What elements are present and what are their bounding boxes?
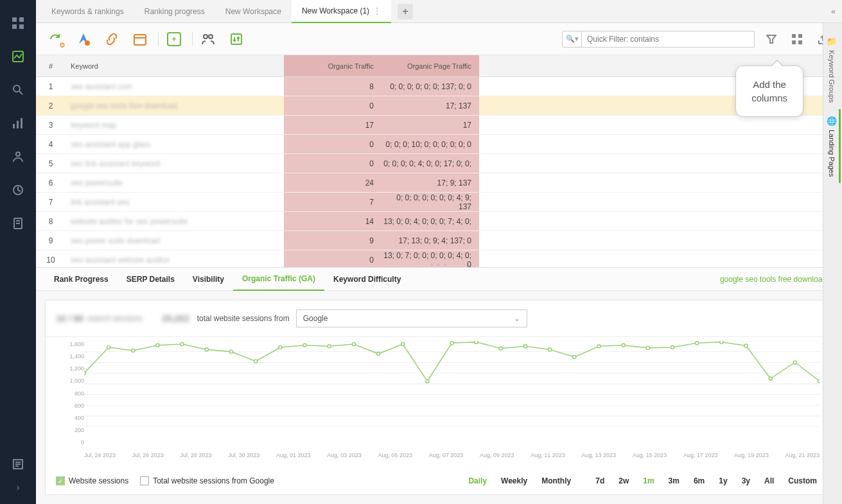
tab-options-icon[interactable]: ⋮ [373,6,381,15]
table-row[interactable]: 7link assistant seo70; 0; 0; 0; 0; 0; 0;… [36,193,842,212]
details-tab[interactable]: Keyword Difficulty [324,268,410,291]
search-dropdown-icon[interactable]: 🔍▾ [563,31,582,47]
add-columns-callout: Add the columns [735,65,803,117]
details-tab[interactable]: Organic Traffic (GA) [233,268,324,291]
row-organic-traffic: 24 [284,173,382,192]
nav-doc-icon[interactable] [5,211,31,236]
nav-user-icon[interactable] [5,144,31,169]
workspace-tab[interactable]: New Workspace (1)⋮ [292,0,391,23]
header-keyword[interactable]: Keyword [66,62,284,70]
timespan-button[interactable]: Custom [783,474,822,488]
svg-point-51 [352,342,355,345]
svg-point-68 [769,377,772,380]
workspace-tab[interactable]: Keywords & rankings [41,0,134,23]
svg-marker-25 [767,35,776,43]
svg-point-40 [84,372,86,375]
svg-point-45 [205,348,208,351]
timespan-button[interactable]: 6m [689,474,710,488]
timespan-button[interactable]: 3y [737,474,755,488]
tool-serp-icon[interactable] [75,30,92,48]
quick-filter-box[interactable]: 🔍▾ [562,31,755,48]
svg-point-66 [720,341,723,343]
checkbox-unchecked-icon[interactable] [140,476,149,485]
timespan-button[interactable]: 1y [714,474,732,488]
svg-point-55 [450,342,453,345]
details-tab[interactable]: Rank Progress [45,268,118,291]
tool-link-icon[interactable] [103,30,121,48]
svg-rect-9 [21,118,22,128]
collapse-panel-icon[interactable]: « [831,7,836,16]
svg-point-63 [646,346,649,349]
row-organic-page-traffic: 0; 0; 0; 0; 4; 0; 0; 17; 0; 0; [382,154,479,173]
frequency-button[interactable]: Daily [463,474,492,488]
panel-resize-handle[interactable]: • • • [430,261,447,267]
legend-website-sessions[interactable]: ✓ Website sessions [56,476,128,485]
table-row[interactable]: 9seo power suite download917; 13; 0; 9; … [36,231,842,250]
table-row[interactable]: 1seo assistant com80; 0; 0; 0; 0; 0; 137… [36,77,842,96]
svg-point-60 [573,356,576,359]
table-row[interactable]: 4seo assistant app glass00; 0; 0; 10; 0;… [36,135,842,154]
table-row[interactable]: 3keyword map1717 [36,116,842,135]
frequency-button[interactable]: Weekly [496,474,532,488]
add-keyword-button[interactable]: + [165,30,183,48]
nav-bars-icon[interactable] [5,110,31,136]
row-organic-page-traffic: 13; 0; 0; 4; 0; 0; 0; 7; 4; 0; [382,212,479,230]
right-rail-item[interactable]: 🌐Landing Pages [827,109,841,183]
add-tab-button[interactable]: + [398,4,413,19]
nav-search-icon[interactable] [5,77,31,103]
details-tab[interactable]: SERP Details [118,268,184,291]
details-tab[interactable]: Visibility [184,268,233,291]
tool-users-icon[interactable] [199,30,217,48]
svg-rect-26 [792,34,796,38]
row-index: 10 [36,256,66,265]
y-tick-label: 1,000 [57,378,84,384]
table-row[interactable]: 5seo link assistant keyword00; 0; 0; 0; … [36,154,842,173]
timespan-button[interactable]: All [759,474,779,488]
tool-calendar-icon[interactable] [131,30,149,48]
frequency-button[interactable]: Monthly [536,474,576,488]
quick-filter-input[interactable] [582,35,754,44]
timespan-button[interactable]: 3m [663,474,685,488]
tool-sort-icon[interactable] [227,30,245,48]
nav-clock-icon[interactable] [5,177,31,203]
x-tick-label: Aug, 09 2023 [480,452,514,458]
row-organic-traffic: 0 [284,154,382,173]
workspace-tab[interactable]: New Workspace [215,0,292,23]
nav-expand-icon[interactable]: › [5,476,31,499]
svg-point-10 [16,152,20,156]
table-row[interactable]: 8website auditor for seo powersuite1413;… [36,212,842,231]
nav-analytics-icon[interactable] [5,44,31,69]
row-organic-page-traffic: 0; 0; 0; 0; 0; 0; 0; 4; 9; 137 [382,193,479,211]
right-rail-item[interactable]: 📁Keyword Groups [827,30,837,109]
timespan-button[interactable]: 1m [638,474,659,488]
header-organic-traffic[interactable]: Organic Traffic [284,55,382,76]
timespan-button[interactable]: 2w [613,474,634,488]
filter-icon[interactable] [762,30,780,48]
header-organic-page-traffic[interactable]: Organic Page Traffic [382,55,479,76]
svg-rect-1 [19,17,24,22]
svg-point-19 [85,40,90,46]
nav-dashboard-icon[interactable] [5,10,31,36]
details-panel: Rank ProgressSERP DetailsVisibilityOrgan… [36,267,842,504]
workspace-tabs: Keywords & rankingsRanking progressNew W… [36,0,842,23]
svg-rect-20 [134,35,146,45]
traffic-source-select[interactable]: Google ⌄ [296,309,527,327]
svg-rect-27 [798,34,802,38]
table-row[interactable]: 6seo powersuite2417; 9; 137 [36,173,842,193]
line-chart[interactable]: 1,6001,4001,2001,0008006004002000 Jul, 2… [46,337,832,467]
legend-total-sessions[interactable]: Total website sessions from Google [140,476,274,485]
svg-point-69 [793,361,796,364]
header-index[interactable]: # [36,62,66,70]
legend-label: Website sessions [69,476,128,485]
svg-point-44 [180,342,184,345]
svg-point-59 [548,348,552,351]
table-row[interactable]: 2google seo tools free download017; 137 [36,96,842,116]
workspace-tab[interactable]: Ranking progress [134,0,215,23]
nav-notes-icon[interactable] [5,453,31,476]
refresh-ranks-icon[interactable]: ⚙ [46,30,64,48]
timespan-button[interactable]: 7d [590,474,610,488]
svg-point-43 [156,343,159,347]
checkbox-checked-icon[interactable]: ✓ [56,476,65,485]
svg-rect-3 [19,24,24,29]
columns-icon[interactable] [788,30,806,48]
